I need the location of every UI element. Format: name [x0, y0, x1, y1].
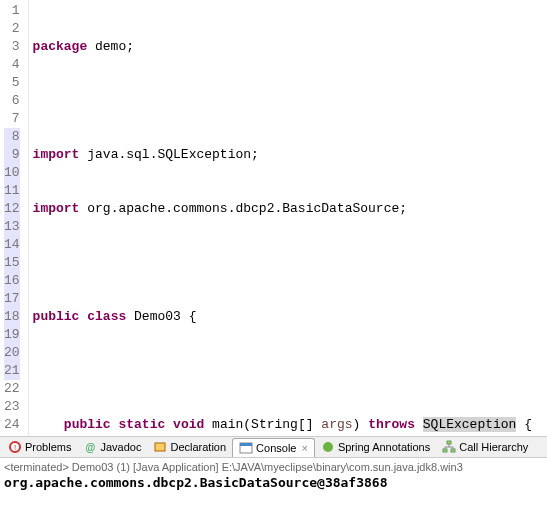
svg-rect-2 [155, 443, 165, 451]
code-line [33, 92, 547, 110]
tab-label: Call Hierarchy [459, 441, 528, 453]
problems-icon: ! [8, 440, 22, 454]
tab-label: Console [256, 442, 296, 454]
tab-call-hierarchy[interactable]: Call Hierarchy [436, 438, 534, 456]
tab-declaration[interactable]: Declaration [147, 438, 232, 456]
line-gutter: 123456789101112131415161718192021222324 [0, 0, 29, 436]
tab-spring[interactable]: Spring Annotations [315, 438, 436, 456]
tab-label: Javadoc [100, 441, 141, 453]
close-icon[interactable]: × [301, 442, 307, 454]
tab-label: Declaration [170, 441, 226, 453]
code-line: public class Demo03 { [33, 308, 547, 326]
svg-rect-8 [451, 449, 455, 452]
svg-point-5 [323, 442, 333, 452]
view-tabs: !Problems @Javadoc Declaration Console× … [0, 436, 547, 458]
svg-rect-6 [447, 441, 451, 444]
tab-console[interactable]: Console× [232, 438, 315, 458]
svg-rect-7 [443, 449, 447, 452]
javadoc-icon: @ [83, 440, 97, 454]
code-line: import java.sql.SQLException; [33, 146, 547, 164]
svg-text:!: ! [14, 443, 16, 452]
code-editor[interactable]: 123456789101112131415161718192021222324 … [0, 0, 547, 436]
console-icon [239, 441, 253, 455]
tab-label: Problems [25, 441, 71, 453]
tab-javadoc[interactable]: @Javadoc [77, 438, 147, 456]
tab-problems[interactable]: !Problems [2, 438, 77, 456]
tab-label: Spring Annotations [338, 441, 430, 453]
hierarchy-icon [442, 440, 456, 454]
code-line [33, 254, 547, 272]
svg-rect-4 [240, 443, 252, 446]
console-panel: <terminated> Demo03 (1) [Java Applicatio… [0, 458, 547, 493]
console-status: <terminated> Demo03 (1) [Java Applicatio… [4, 461, 543, 473]
code-line: package demo; [33, 38, 547, 56]
code-line: public static void main(String[] args) t… [33, 416, 547, 434]
declaration-icon [153, 440, 167, 454]
spring-icon [321, 440, 335, 454]
code-line [33, 362, 547, 380]
console-output: org.apache.commons.dbcp2.BasicDataSource… [4, 475, 543, 490]
code-area[interactable]: package demo; import java.sql.SQLExcepti… [29, 0, 547, 436]
code-line: import org.apache.commons.dbcp2.BasicDat… [33, 200, 547, 218]
